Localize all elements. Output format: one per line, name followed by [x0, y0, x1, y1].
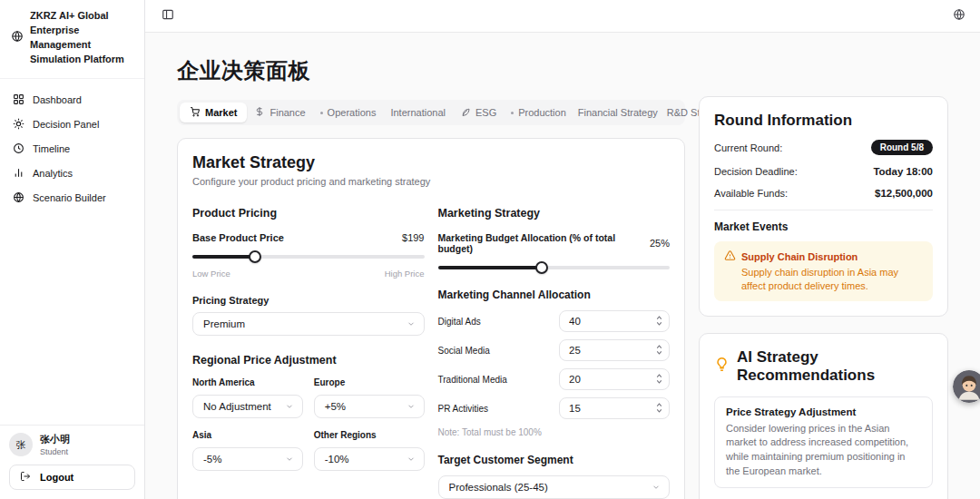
base-price-label: Base Product Price: [192, 232, 284, 243]
language-button[interactable]: [953, 8, 965, 24]
deadline-label: Decision Deadline:: [714, 166, 798, 177]
base-price-value: $199: [402, 232, 424, 243]
region-label: Asia: [192, 430, 303, 440]
globe-icon: [11, 30, 24, 46]
round-information-panel: Round Information Current Round: Round 5…: [699, 96, 948, 317]
tab-financial-strategy[interactable]: Financial Strategy: [573, 103, 662, 122]
stepper-icon[interactable]: [655, 315, 663, 327]
select-value: +5%: [325, 401, 346, 412]
ai-card-body: Consider lowering prices in the Asian ma…: [726, 422, 921, 478]
app-root: ZKRZ AI+ Global Enterprise Management Si…: [0, 0, 980, 499]
select-value: -5%: [203, 454, 221, 465]
app-title: ZKRZ AI+ Global Enterprise Management Si…: [30, 9, 135, 67]
info-column: Round Information Current Round: Round 5…: [699, 56, 948, 499]
ai-card-title: Price Strategy Adjustment: [726, 406, 921, 417]
region-asia-select[interactable]: -5%: [192, 447, 303, 471]
sidebar-item-decision-panel[interactable]: Decision Panel: [0, 113, 144, 137]
divider: [714, 210, 933, 210]
slider-knob[interactable]: [249, 250, 261, 263]
alert-body: Supply chain disruption in Asia may affe…: [741, 266, 923, 293]
channel-row: Traditional Media: [438, 368, 671, 390]
section-heading: Product Pricing: [192, 207, 425, 220]
bar-chart-icon: [13, 167, 24, 181]
current-round-label: Current Round:: [714, 142, 782, 153]
slider-knob[interactable]: [535, 261, 548, 274]
stepper-icon[interactable]: [655, 344, 663, 356]
stepper-icon[interactable]: [655, 402, 663, 414]
sidebar-toggle-button[interactable]: [162, 8, 174, 24]
chevron-down-icon: [407, 319, 416, 328]
channel-label: Traditional Media: [438, 375, 507, 385]
sidebar-item-timeline[interactable]: Timeline: [0, 137, 144, 161]
sidebar-item-scenario-builder[interactable]: Scenario Builder: [0, 186, 144, 210]
round-badge: Round 5/8: [871, 140, 933, 155]
funds-value: $12,500,000: [875, 188, 933, 199]
gear-icon: [13, 118, 24, 132]
region-other-select[interactable]: -10%: [314, 447, 425, 471]
tab-label: Financial Strategy: [578, 107, 658, 118]
sidebar-item-label: Scenario Builder: [33, 192, 106, 203]
tab-production[interactable]: Production: [504, 103, 573, 122]
globe-icon: [13, 191, 24, 205]
base-price-slider[interactable]: [192, 250, 425, 263]
chevron-down-icon: [285, 455, 294, 464]
content: 企业决策面板 Market Finance Operations: [145, 33, 980, 499]
stepper-icon[interactable]: [655, 373, 663, 385]
topbar: [145, 0, 980, 33]
region-na-select[interactable]: No Adjustment: [192, 395, 303, 418]
marketing-strategy-section: Marketing Strategy Marketing Budget Allo…: [438, 207, 671, 499]
sidebar-nav: Dashboard Decision Panel Timeline Analyt…: [0, 79, 144, 425]
sidebar-item-dashboard[interactable]: Dashboard: [0, 88, 144, 113]
channel-note: Note: Total must be 100%: [438, 427, 671, 437]
user-info: 张 张小明 Student: [9, 433, 135, 456]
chevron-down-icon: [285, 402, 294, 411]
tab-label: Operations: [328, 107, 377, 118]
tab-finance[interactable]: Finance: [247, 103, 312, 122]
tab-label: Finance: [270, 107, 305, 118]
warning-icon: [724, 250, 736, 263]
sidebar-item-label: Decision Panel: [33, 119, 99, 130]
digital-ads-input[interactable]: [559, 310, 670, 332]
pricing-strategy-select[interactable]: Premium: [192, 312, 425, 336]
ai-recommendation-card: Price Strategy Adjustment Consider lower…: [714, 396, 933, 488]
tab-esg[interactable]: ESG: [453, 103, 504, 122]
social-media-input[interactable]: [559, 339, 670, 361]
chevron-down-icon: [652, 483, 661, 492]
sidebar-item-analytics[interactable]: Analytics: [0, 161, 144, 186]
app-logo: ZKRZ AI+ Global Enterprise Management Si…: [0, 0, 144, 79]
marketing-budget-slider[interactable]: [438, 261, 671, 274]
tab-market[interactable]: Market: [180, 103, 247, 122]
channel-label: PR Activities: [438, 404, 489, 414]
tab-international[interactable]: International: [383, 103, 453, 122]
sidebar-item-label: Timeline: [33, 143, 70, 154]
ai-panel-title: AI Strategy Recommendations: [737, 348, 933, 385]
deadline-value: Today 18:00: [873, 166, 933, 177]
dollar-icon: [254, 106, 265, 119]
chevron-down-icon: [407, 455, 416, 464]
chevron-down-icon: [407, 402, 416, 411]
logout-button[interactable]: Logout: [9, 465, 135, 490]
tab-operations[interactable]: Operations: [313, 103, 384, 122]
pr-activities-input[interactable]: [559, 397, 670, 419]
channel-row: Social Media: [438, 339, 671, 361]
market-events-heading: Market Events: [714, 220, 933, 233]
leaf-icon: [460, 106, 471, 119]
traditional-media-input[interactable]: [559, 368, 670, 390]
sidebar-item-label: Dashboard: [33, 94, 82, 105]
select-value: Premium: [203, 318, 245, 329]
dot-icon: [320, 112, 323, 114]
select-value: -10%: [325, 454, 349, 465]
region-label: Europe: [314, 377, 425, 387]
clock-icon: [13, 142, 24, 156]
target-segment-select[interactable]: Professionals (25-45): [438, 475, 671, 499]
section-heading: Marketing Strategy: [438, 207, 671, 220]
decision-panel-column: 企业决策面板 Market Finance Operations: [177, 56, 685, 499]
lightbulb-icon: [714, 357, 730, 376]
region-europe-select[interactable]: +5%: [314, 395, 425, 418]
channel-row: PR Activities: [438, 397, 671, 419]
market-strategy-card: Market Strategy Configure your product p…: [177, 138, 685, 499]
segment-label: Target Customer Segment: [438, 454, 671, 466]
product-pricing-section: Product Pricing Base Product Price $199 …: [192, 207, 425, 499]
assistant-avatar[interactable]: [953, 370, 980, 403]
ai-recommendations-panel: AI Strategy Recommendations Price Strate…: [699, 333, 948, 499]
